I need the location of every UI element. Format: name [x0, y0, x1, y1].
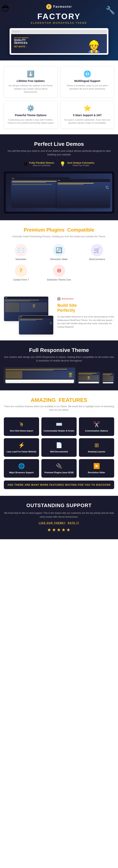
elementor-screenshots: 👷 🏗	[4, 297, 54, 335]
plugin-label-elementor: Elementor Theme Core	[47, 278, 71, 281]
elem-title-line2: Perfectly	[57, 308, 75, 313]
eb4	[20, 320, 36, 321]
header-footer-icon: ⌨️	[43, 421, 75, 428]
elementor-desc: On-site builder Elementor is one of the …	[57, 315, 114, 329]
preview-bar	[11, 30, 107, 33]
demo-dot-2	[13, 178, 14, 179]
support-cta-prefix: LIKE OUR THEME?	[39, 522, 66, 524]
responsive-section: Full Responsive Theme Our custom web des…	[0, 340, 118, 391]
demo-feature-text-2: Just Unique ConceaAs. Show Your Power	[67, 161, 95, 166]
elem-icon: 🏗	[20, 322, 52, 325]
revolution-icon-wrap: 🔄	[53, 244, 65, 256]
cf7-icon: 7	[20, 268, 22, 274]
unique-concept-icon: 💡	[60, 161, 65, 167]
preview-worker-icon: 👷	[87, 40, 101, 53]
resp-mobile-base	[103, 382, 113, 383]
feature-title-4: 5 Stars Support & 24/7	[64, 114, 111, 117]
responsive-title: Full Responsive Theme	[4, 347, 114, 353]
resp-tablet-base	[79, 381, 99, 383]
elem-dot-1	[5, 298, 6, 298]
preview-heading: QUALITYSERVICES	[14, 39, 29, 44]
elem-header-1	[4, 297, 48, 299]
resp-desktop-screen: 👷	[4, 367, 76, 384]
plugin-newsletter: ✉️ Newsletter	[4, 244, 38, 260]
amazing-title: AMAZING FEATURES	[4, 397, 114, 403]
amazing-card-8: 🔌 Premium Plugins (save $129)	[41, 459, 77, 477]
amazing-label-2: Customisable Header & Footer	[43, 429, 75, 432]
support-cta: LIKE OUR THEME? RATE IT	[4, 522, 114, 524]
amazing-grid: 🖱 One Click Demo Import ⌨️ Customisable …	[4, 417, 114, 478]
header-preview: FACTORY WEBSITE QUALITYSERVICES GET QUOT…	[9, 28, 109, 55]
revolution-icon: 🔄	[56, 247, 62, 253]
plugin-label-revolution: Revolution Slider	[50, 258, 68, 260]
lazy-load-icon: ⚡	[6, 442, 37, 448]
support-icon: ⭐	[64, 104, 111, 112]
elem-screen-2: 🏗	[19, 315, 54, 335]
responsive-subtitle: Our custom web design are 100% Responsiv…	[4, 355, 114, 363]
responsive-preview: 👷 👷	[4, 367, 114, 384]
elem-worker: 👷	[20, 303, 47, 308]
lifetime-updates-icon: ⬇️	[7, 70, 55, 78]
documented-icon: 📄	[43, 442, 75, 448]
amazing-label-6: Amazing Layouts	[81, 450, 112, 453]
demo-feature-text-1: Fully Flexible Demos Easy to Customize	[29, 161, 54, 166]
amazing-card-3: ✂️ Customization Options	[79, 417, 114, 436]
elem-col-1	[5, 303, 20, 312]
resp-mobile-inner	[102, 373, 114, 383]
feature-title-3: Powerful Theme Options	[7, 114, 55, 117]
feature-title-1: Lifetime Free Updates	[7, 80, 55, 83]
elem-dot-3	[20, 316, 21, 317]
logo-text: Facmaster	[53, 5, 72, 8]
rtb2	[79, 374, 93, 374]
resp-desktop-cols: 👷	[5, 371, 74, 379]
feature-desc-4: Our goal is customer satisfaction. If yo…	[64, 118, 111, 125]
demos-features: 🖥 Fully Flexible Demos Easy to Customize…	[4, 161, 114, 167]
dot1	[13, 31, 14, 32]
amazing-label-5: Well Documented	[43, 450, 75, 453]
rdc1	[5, 371, 22, 379]
eb2	[5, 301, 30, 302]
customization-icon: ✂️	[81, 421, 112, 428]
feature-card-2: 🌐 Multilingual Support Theme is translat…	[61, 66, 114, 98]
preview-screen: FACTORY WEBSITE QUALITYSERVICES GET QUOT…	[11, 34, 107, 53]
flexible-demos-icon: 🖥	[23, 161, 28, 167]
elementor-title: Build Site Perfectly	[57, 303, 114, 313]
amazing-label-7: Major Browsers Support	[6, 471, 37, 474]
demos-section: Perfect Live Demos You will find what yo…	[0, 134, 118, 220]
demo-bar-2	[12, 182, 46, 183]
plugin-cf7: 7 Contact Form 7	[4, 265, 38, 281]
rmb2	[103, 375, 110, 375]
demo-screen-header-2	[57, 179, 110, 182]
theme-options-icon: ⚙️	[7, 104, 55, 112]
amazing-title-suffix: FEATURES	[59, 397, 87, 403]
demos-title: Perfect Live Demos	[4, 141, 114, 147]
amazing-card-2: ⌨️ Customisable Header & Footer	[41, 417, 77, 436]
elementor-info: ⊟ Elementor Build Site Perfectly On-site…	[57, 297, 114, 329]
elementor-logo-icon: ⊟	[57, 297, 61, 301]
demo-feature-sub-2: Show Your Power	[67, 164, 95, 166]
amazing-more-text: AND THERE ARE MANY MORE FEATURES WAITING…	[4, 480, 114, 489]
theme-subtitle: ELEMENTOR WORDPRESS THEME	[6, 22, 112, 24]
amazing-section: AMAZING FEATURES There are countless fea…	[0, 391, 118, 496]
plugin-elementor: ⊟ Elementor Theme Core	[42, 265, 76, 281]
rdb2	[5, 370, 54, 370]
amazing-card-6: ⊞ Amazing Layouts	[79, 438, 114, 457]
resp-tablet-screen: 👷	[78, 372, 100, 384]
elementor-screens-container: 👷 🏗	[4, 297, 54, 335]
features-section: ⬇️ Lifetime Free Updates You will get a …	[0, 60, 118, 134]
support-desc: We know that it's like to need support. …	[4, 511, 114, 519]
newsletter-icon: ✉️	[18, 247, 24, 253]
feature-desc-3: Customizing your website is easy with Fr…	[7, 118, 55, 125]
resp-desktop-stand	[5, 379, 74, 383]
amazing-label-9: Revolution Slider	[81, 471, 112, 474]
elementor-icon-wrap: ⊟	[53, 265, 65, 277]
rate-it-link[interactable]: RATE IT	[68, 522, 79, 524]
demo-feature-2: 💡 Just Unique ConceaAs. Show Your Power	[60, 161, 95, 167]
demo-feature-label-1: Fully Flexible Demos	[29, 161, 54, 164]
dot2	[15, 31, 17, 32]
features-grid: ⬇️ Lifetime Free Updates You will get a …	[4, 66, 114, 129]
resp-worker-tablet: 👷	[87, 376, 91, 380]
amazing-card-5: 📄 Well Documented	[41, 438, 77, 457]
amazing-card-4: ⚡ Lazy Load For Faster Website	[4, 438, 39, 457]
demos-preview-inner: 👷 🏗	[6, 174, 112, 212]
